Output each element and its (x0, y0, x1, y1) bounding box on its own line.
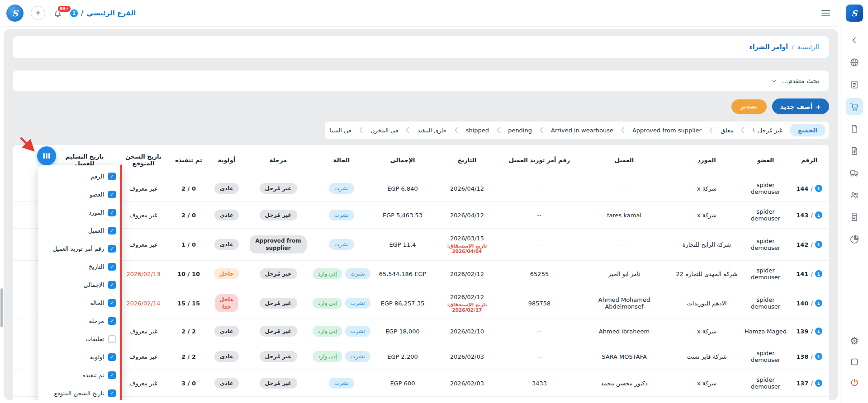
checkbox-icon[interactable]: ✓ (108, 371, 116, 379)
checkbox-icon[interactable]: ✓ (108, 227, 116, 234)
col-header-0: الرقم (789, 145, 829, 175)
invoices-icon[interactable] (846, 209, 863, 226)
checkbox-icon[interactable] (108, 335, 116, 343)
menu-toggle-button[interactable] (820, 8, 832, 19)
filter-status-8[interactable]: فى المينا (328, 127, 353, 134)
status-chip: غير مُرحل (260, 183, 297, 194)
column-toggle-7[interactable]: ✓الحالة (38, 294, 121, 312)
priority-cell: عادى (207, 202, 247, 229)
column-toggle-10[interactable]: ✓أولوية (38, 348, 121, 366)
filter-status-5[interactable]: shipped (465, 127, 490, 134)
column-toggle-9[interactable]: تعليقات (38, 330, 121, 348)
executed-cell: 2 / 0 (171, 175, 207, 202)
status-chip: نشرت (345, 298, 370, 309)
actions-row: + أضف جديد تصدير (13, 98, 829, 114)
column-toggle-8[interactable]: ✓مرحلة (38, 312, 121, 330)
breadcrumb-current[interactable]: أوامر الشراء (749, 43, 788, 51)
checkbox-icon[interactable]: ✓ (108, 317, 116, 325)
advanced-search-toggle[interactable]: بحث متقدم... (13, 70, 829, 91)
checkbox-icon[interactable]: ✓ (108, 263, 116, 271)
column-toggle-0[interactable]: ✓الرقم (38, 167, 121, 185)
collapse-sidebar-icon[interactable] (846, 32, 863, 49)
member-cell: spider demouser (742, 287, 789, 319)
column-toggle-6[interactable]: ✓الإجمالى (38, 276, 121, 294)
column-label: تعليقات (85, 336, 104, 342)
column-toggle-1[interactable]: ✓العضو (38, 185, 121, 203)
filter-label: pending (508, 127, 532, 134)
filter-status-0[interactable]: غير مُرحل١ (751, 127, 784, 134)
breadcrumb-home[interactable]: الرئيسية (797, 43, 819, 51)
status-chip: نشرت (345, 351, 370, 362)
purchase-orders-icon[interactable] (846, 98, 863, 115)
checkbox-icon[interactable]: ✓ (108, 389, 116, 397)
order-number-cell: 1/142 (789, 229, 829, 261)
checkbox-icon[interactable]: ✓ (108, 281, 116, 289)
order-number: 137 (796, 380, 808, 387)
logout-icon[interactable] (846, 374, 863, 391)
display-icon[interactable] (846, 353, 863, 370)
page-scrollbar[interactable] (0, 288, 3, 327)
chevron-left-icon (454, 127, 459, 134)
notifications-button[interactable]: 99+ (52, 8, 63, 19)
filter-status-2[interactable]: Approved from supplier (631, 127, 703, 134)
order-row-138[interactable]: 1/138spider demouserشركة فاير نستSARA MO… (13, 343, 829, 370)
column-toggle-2[interactable]: ✓المورد (38, 203, 121, 221)
branch-breadcrumb[interactable]: الفرع الرئيسي / 1 (70, 9, 136, 17)
checkbox-icon[interactable]: ✓ (108, 299, 116, 307)
column-toggle-5[interactable]: ✓التاريخ (38, 258, 121, 276)
chevron-left-icon (709, 127, 713, 134)
column-toggle-3[interactable]: ✓العميل (38, 221, 121, 239)
sidebar-bottom: ⚙ (846, 333, 863, 391)
export-button[interactable]: تصدير (731, 99, 767, 114)
priority-cell: عاجل (207, 261, 247, 287)
chevron-left-icon (405, 127, 410, 134)
customers-icon[interactable] (846, 187, 863, 204)
total-cell: EGP 11.4 (373, 229, 432, 261)
documents-icon[interactable] (846, 120, 863, 137)
app-logo-icon: S (846, 5, 863, 22)
quick-add-button[interactable]: + (31, 6, 45, 20)
status-cell: نشرتإذن وارد (310, 261, 373, 287)
order-row-142[interactable]: 1/142spider demouserشركة الرابح للتجارة-… (13, 229, 829, 261)
add-new-button[interactable]: + أضف جديد (772, 98, 829, 114)
checkbox-icon[interactable]: ✓ (108, 173, 116, 180)
column-toggle-11[interactable]: ✓تم تنفيذه (38, 366, 121, 384)
shipping-icon[interactable] (846, 164, 863, 182)
settings-icon[interactable]: ⚙ (846, 333, 863, 350)
language-icon[interactable] (846, 54, 863, 71)
checkbox-icon[interactable]: ✓ (108, 245, 116, 253)
order-row-137[interactable]: 1/137spider demouserشركة xدكتور محسن محم… (13, 370, 829, 397)
priority-cell: عادى (207, 229, 247, 261)
filter-status-7[interactable]: فى المخزن (369, 127, 399, 134)
branch-badge: 1 (815, 353, 822, 360)
branch-badge: 1 (815, 241, 822, 248)
topbar: S + 99+ الفرع الرئيسي / 1 (0, 0, 840, 26)
advanced-search-label: بحث متقدم... (782, 77, 819, 84)
order-row-140[interactable]: 1/140spider demouserالادهم للتوريداتAhme… (13, 287, 829, 319)
export-documents-icon[interactable] (846, 142, 863, 159)
order-number: 144 (796, 185, 808, 192)
date-cell: 2026/03/15تاريخ الإستحقاق: 2026/04/04 (432, 229, 502, 261)
col-header-9: أولوية (207, 145, 247, 175)
filter-status-3[interactable]: Arrived in wearhouse (550, 127, 615, 134)
reports-icon[interactable] (846, 231, 863, 248)
order-number: 138 (796, 353, 808, 360)
date-cell: 2026/02/03 (432, 370, 502, 397)
forms-icon[interactable] (846, 76, 863, 93)
checkbox-icon[interactable]: ✓ (108, 209, 116, 216)
order-row-136[interactable]: 1/136spider demouserشركة xNA 25--2026/01… (13, 397, 829, 400)
order-row-141[interactable]: 1/141spider demouserشركة المهدى للتجارة … (13, 261, 829, 287)
column-toggle-12[interactable]: ✓تاريخ الشحن المتوقع (38, 384, 121, 400)
order-row-144[interactable]: 1/144spider demouserشركة x----2026/04/12… (13, 175, 829, 202)
checkbox-icon[interactable]: ✓ (108, 191, 116, 198)
client-po-cell: -- (502, 319, 577, 343)
filter-status-6[interactable]: جارى التنفيذ (416, 127, 448, 134)
filter-all[interactable]: الجميع (790, 124, 825, 136)
checkbox-icon[interactable]: ✓ (108, 353, 116, 361)
status-chip: غير مُرحل (260, 378, 297, 389)
filter-status-4[interactable]: pending (507, 127, 533, 134)
filter-status-1[interactable]: معلق (719, 127, 735, 134)
order-row-143[interactable]: 1/143spider demouserشركة xfares kamal--2… (13, 202, 829, 229)
order-row-139[interactable]: 1/139Hamza Magedشركة xAhmed ibraheem--20… (13, 319, 829, 343)
column-toggle-4[interactable]: ✓رقم أمر توريد العميل (38, 239, 121, 258)
